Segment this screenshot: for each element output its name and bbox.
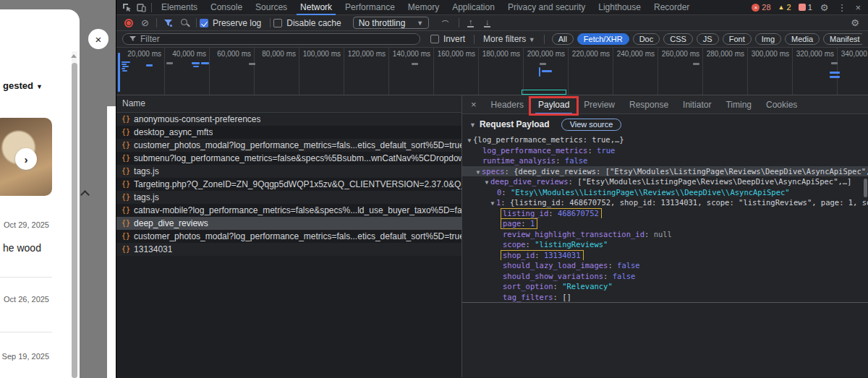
triangle-down-icon[interactable]: ▼ — [483, 178, 490, 187]
scrollbar-up-arrow-icon[interactable] — [71, 54, 77, 58]
invert-checkbox[interactable] — [430, 35, 439, 43]
tab-memory[interactable]: Memory — [401, 0, 446, 15]
issues-badge[interactable]: 1 — [799, 3, 812, 12]
payload-tree-row[interactable]: runtime_analysis: false — [462, 155, 868, 166]
request-rows: {}anonymous-consent-preferences{}desktop… — [116, 113, 461, 256]
settings-gear-icon[interactable]: ⚙ — [816, 2, 833, 13]
payload-token: true — [597, 146, 615, 155]
table-row[interactable]: {}anonymous-consent-preferences — [116, 113, 461, 126]
disable-cache-checkbox[interactable] — [273, 19, 282, 27]
details-tab-initiator[interactable]: Initiator — [676, 95, 718, 114]
table-row[interactable]: {}submenu?log_performance_metrics=false&… — [116, 152, 461, 165]
suggested-sort-dropdown[interactable]: gested▼ — [3, 80, 43, 91]
payload-tree-row[interactable]: shop_id: 13134031 — [462, 250, 868, 261]
filter-chip-font[interactable]: Font — [723, 33, 752, 45]
triangle-down-icon[interactable]: ▼ — [475, 168, 482, 177]
filter-funnel-icon[interactable] — [164, 20, 172, 27]
device-toolbar-icon[interactable] — [134, 0, 148, 14]
table-row[interactable]: {}desktop_async_mfts — [116, 126, 461, 139]
network-conditions-icon[interactable] — [441, 20, 450, 30]
import-har-icon[interactable]: ↑ — [467, 18, 474, 27]
triangle-down-icon[interactable]: ▼ — [466, 136, 473, 145]
table-row[interactable]: {}tags.js — [116, 165, 461, 178]
preserve-log-checkbox[interactable] — [200, 19, 208, 27]
payload-tree-row[interactable]: tag_filters: [] — [462, 292, 868, 303]
payload-tree-row[interactable]: scope: "listingReviews" — [462, 239, 868, 250]
triangle-down-icon[interactable]: ▼ — [489, 199, 496, 208]
modal-scrollbar-thumb[interactable] — [72, 63, 77, 378]
console-warnings-badge[interactable]: ▲2 — [778, 3, 791, 12]
payload-tree-row[interactable]: 0: "Etsy\\Modules\\ListingPage\\Reviews\… — [462, 187, 868, 198]
name-column-header[interactable]: Name — [116, 95, 461, 113]
review-date: Oct 29, 2025 — [0, 220, 49, 229]
clear-network-log-icon[interactable]: ⊘ — [141, 17, 149, 28]
payload-tree-row[interactable]: should_show_variations: false — [462, 271, 868, 282]
filter-chip-fetch-xhr[interactable]: Fetch/XHR — [577, 33, 629, 45]
tab-sources[interactable]: Sources — [249, 0, 294, 15]
details-tab-headers[interactable]: Headers — [484, 95, 531, 114]
filter-chip-manifest[interactable]: Manifest — [823, 33, 862, 45]
details-tab-cookies[interactable]: Cookies — [759, 95, 804, 114]
export-har-icon[interactable]: ↓ — [484, 18, 490, 27]
payload-tree-row[interactable]: log_performance_metrics: true — [462, 145, 868, 156]
table-row[interactable]: {}tags.js — [116, 191, 461, 204]
warning-icon: ▲ — [778, 4, 785, 12]
divider — [151, 3, 152, 12]
tab-privacy-and-security[interactable]: Privacy and security — [501, 0, 592, 15]
filter-chip-js[interactable]: JS — [697, 33, 719, 45]
payload-tree-row[interactable]: ▼deep_dive_reviews: ["Etsy\Modules\Listi… — [462, 176, 868, 187]
devtools-close-icon[interactable]: × — [851, 2, 865, 13]
filter-chip-all[interactable]: All — [552, 33, 574, 45]
tab-console[interactable]: Console — [204, 0, 249, 15]
details-tab-preview[interactable]: Preview — [576, 95, 622, 114]
tab-lighthouse[interactable]: Lighthouse — [592, 0, 647, 15]
chevron-up-icon[interactable] — [80, 190, 90, 199]
network-settings-gear-icon[interactable]: ⚙ — [846, 17, 864, 28]
table-row[interactable]: {}13134031 — [116, 243, 461, 256]
table-row[interactable]: {}deep_dive_reviews — [116, 217, 461, 230]
request-type-filter-chips: AllFetch/XHRDocCSSJSFontImgMediaManifest… — [552, 33, 862, 45]
table-row[interactable]: {}customer_photos_modal?log_performance_… — [116, 139, 461, 152]
more-filters-dropdown[interactable]: More filters ▼ — [483, 34, 535, 44]
filter-chip-css[interactable]: CSS — [663, 33, 693, 45]
console-errors-badge[interactable]: ×28 — [752, 3, 770, 12]
request-payload-title[interactable]: ▼Request Payload — [469, 119, 550, 129]
table-row[interactable]: {}customer_photos_modal?log_performance_… — [116, 230, 461, 243]
record-network-log-button[interactable] — [124, 19, 133, 27]
details-scrollbar-thumb[interactable] — [864, 179, 867, 197]
payload-tree-row[interactable]: ▼specs: {deep_dive_reviews: ["Etsy\Modul… — [462, 166, 868, 177]
search-icon[interactable] — [181, 19, 187, 25]
payload-tree-row[interactable]: ▼1: {listing_id: 468670752, shop_id: 131… — [462, 197, 868, 208]
inspect-element-icon[interactable] — [119, 0, 134, 14]
payload-tree-row[interactable]: review_highlight_transaction_id: null — [462, 229, 868, 240]
payload-tree-row[interactable]: sort_option: "Relevancy" — [462, 281, 868, 292]
tab-recorder[interactable]: Recorder — [647, 0, 696, 15]
filter-chip-media[interactable]: Media — [785, 33, 820, 45]
throttling-dropdown[interactable]: No throttling ▼ — [353, 17, 430, 29]
details-tab-payload[interactable]: Payload — [531, 95, 576, 114]
view-source-button[interactable]: View source — [561, 119, 622, 131]
payload-token: : — [501, 198, 510, 207]
filter-chip-doc[interactable]: Doc — [633, 33, 660, 45]
timeline-tick-label: 180,000 ms — [478, 50, 520, 58]
modal-close-button[interactable]: × — [88, 29, 109, 49]
preserve-log-label: Preserve log — [213, 18, 261, 28]
next-photo-button[interactable]: › — [15, 148, 37, 170]
tab-performance[interactable]: Performance — [339, 0, 401, 15]
table-row[interactable]: {}Targeting.php?Q_ZoneID=ZN_9Qqgp5dWQP1x… — [116, 178, 461, 191]
details-tab-timing[interactable]: Timing — [718, 95, 759, 114]
payload-tree-row[interactable]: should_lazy_load_images: false — [462, 260, 868, 271]
payload-tree-row[interactable]: listing_id: 468670752 — [462, 208, 868, 219]
filter-input[interactable]: Filter — [122, 33, 420, 45]
tab-application[interactable]: Application — [446, 0, 501, 15]
table-row[interactable]: {}catnav-mobile?log_performance_metrics=… — [116, 204, 461, 217]
payload-tree-row[interactable]: page: 1 — [462, 218, 868, 229]
payload-tree-row[interactable]: ▼{log_performance_metrics: true,…} — [462, 134, 868, 145]
filter-chip-img[interactable]: Img — [755, 33, 781, 45]
more-options-icon[interactable]: ⋮ — [833, 2, 851, 13]
tab-network[interactable]: Network — [294, 0, 339, 15]
details-tab-response[interactable]: Response — [622, 95, 676, 114]
network-overview-timeline[interactable]: 20,000 ms40,000 ms60,000 ms80,000 ms100,… — [116, 48, 868, 95]
close-details-icon[interactable]: × — [467, 99, 484, 110]
tab-elements[interactable]: Elements — [155, 0, 204, 15]
